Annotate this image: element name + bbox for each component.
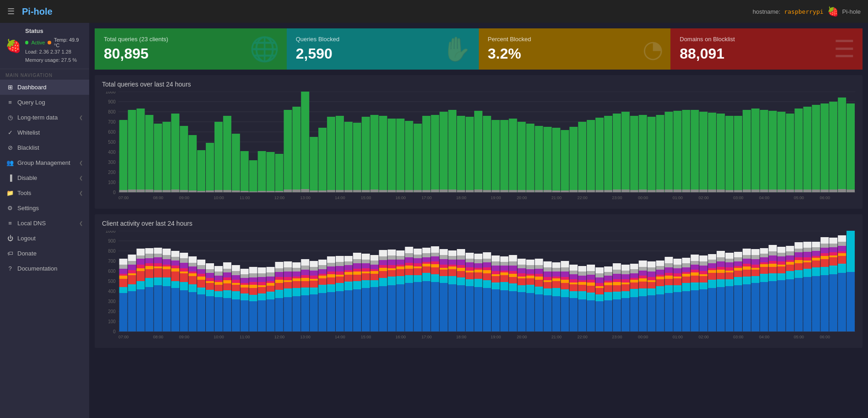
- svg-rect-691: [604, 276, 612, 281]
- svg-rect-409: [301, 278, 309, 281]
- svg-rect-100: [457, 116, 465, 192]
- svg-rect-151: [673, 190, 681, 192]
- svg-rect-686: [604, 300, 612, 331]
- svg-rect-777: [699, 274, 707, 276]
- svg-rect-393: [284, 280, 292, 282]
- svg-rect-453: [344, 256, 353, 261]
- svg-rect-75: [344, 190, 353, 192]
- svg-rect-845: [769, 245, 777, 251]
- svg-rect-412: [301, 266, 309, 270]
- svg-rect-397: [284, 261, 292, 267]
- svg-rect-27: [137, 190, 145, 192]
- svg-rect-524: [422, 253, 430, 257]
- sidebar-item-disable[interactable]: ▐Disable ❮: [0, 170, 89, 185]
- svg-rect-450: [344, 270, 353, 272]
- svg-rect-815: [743, 277, 751, 284]
- menu-toggle[interactable]: ☰: [7, 6, 15, 16]
- svg-rect-72: [336, 116, 344, 192]
- hostname-value: raspberrypi: [784, 8, 823, 15]
- sidebar-item-querylog[interactable]: ≡Query Log: [0, 95, 89, 110]
- sidebar-label-tools: Tools: [17, 190, 31, 196]
- svg-rect-814: [743, 284, 751, 331]
- sidebar-item-docs[interactable]: ?Documentation: [0, 261, 89, 276]
- svg-rect-80: [370, 115, 379, 192]
- sidebar-item-whitelist[interactable]: ✓Whitelist: [0, 125, 89, 140]
- svg-rect-445: [336, 256, 344, 262]
- svg-rect-596: [500, 262, 509, 266]
- sidebar-item-localdns[interactable]: ≡Local DNS ❮: [0, 216, 89, 231]
- svg-rect-157: [699, 190, 707, 192]
- svg-rect-76: [353, 123, 361, 192]
- logout-icon: ⏻: [6, 235, 14, 242]
- svg-rect-120: [543, 127, 552, 192]
- svg-rect-826: [751, 265, 760, 268]
- svg-rect-158: [708, 113, 716, 192]
- svg-rect-402: [292, 277, 300, 278]
- svg-text:07:00: 07:00: [118, 195, 129, 200]
- svg-rect-247: [128, 284, 136, 291]
- svg-rect-599: [509, 283, 517, 291]
- svg-text:400: 400: [108, 150, 116, 155]
- svg-text:04:00: 04:00: [759, 195, 769, 200]
- svg-text:800: 800: [108, 249, 116, 254]
- svg-rect-899: [829, 247, 837, 252]
- svg-rect-312: [197, 280, 205, 288]
- sidebar-item-blacklist[interactable]: ⊘Blacklist: [0, 140, 89, 155]
- sidebar-item-donate[interactable]: 🏷Donate: [0, 246, 89, 261]
- svg-rect-637: [543, 261, 552, 267]
- svg-rect-583: [492, 282, 500, 289]
- svg-rect-283: [162, 259, 171, 265]
- svg-rect-303: [188, 284, 197, 292]
- svg-rect-871: [803, 269, 811, 277]
- svg-rect-674: [587, 280, 595, 282]
- svg-rect-758: [682, 291, 690, 331]
- svg-rect-684: [595, 273, 604, 277]
- svg-rect-59: [275, 191, 283, 192]
- svg-rect-413: [301, 259, 309, 266]
- sidebar-item-settings[interactable]: ⚙Settings: [0, 201, 89, 216]
- svg-text:10:00: 10:00: [214, 335, 224, 339]
- svg-rect-383: [275, 290, 283, 298]
- svg-rect-363: [249, 277, 257, 282]
- svg-rect-536: [439, 270, 448, 276]
- svg-text:16:00: 16:00: [396, 335, 406, 339]
- sidebar-item-longterm[interactable]: ◷Long-term data ❮: [0, 110, 89, 125]
- svg-text:23:00: 23:00: [612, 195, 622, 200]
- svg-rect-805: [725, 253, 734, 259]
- svg-rect-901: [829, 238, 837, 244]
- svg-rect-539: [439, 259, 448, 265]
- svg-rect-427: [318, 269, 327, 274]
- svg-text:11:00: 11:00: [240, 195, 250, 200]
- svg-rect-769: [691, 272, 699, 276]
- svg-rect-448: [344, 275, 353, 282]
- svg-rect-723: [639, 271, 647, 276]
- svg-rect-469: [362, 254, 370, 260]
- svg-rect-441: [336, 275, 344, 277]
- svg-rect-454: [353, 289, 361, 331]
- svg-rect-800: [725, 272, 734, 279]
- svg-rect-172: [769, 111, 777, 192]
- svg-rect-867: [794, 252, 803, 257]
- svg-rect-732: [648, 267, 656, 271]
- svg-rect-548: [448, 256, 456, 260]
- sidebar-item-dashboard[interactable]: ⊞Dashboard: [0, 80, 89, 95]
- svg-rect-685: [595, 267, 604, 273]
- sidebar-item-tools[interactable]: 📁Tools ❮: [0, 185, 89, 201]
- svg-rect-141: [630, 190, 638, 192]
- svg-rect-882: [812, 256, 820, 258]
- svg-rect-785: [708, 270, 716, 273]
- svg-rect-866: [794, 257, 803, 260]
- sidebar: 🍓 Status Active Temp: 49.9 °C Load: 2.36…: [0, 23, 89, 418]
- svg-rect-607: [518, 285, 526, 292]
- svg-rect-332: [214, 271, 223, 276]
- svg-rect-574: [483, 288, 491, 331]
- sidebar-item-logout[interactable]: ⏻Logout: [0, 231, 89, 246]
- svg-rect-683: [595, 277, 604, 283]
- svg-rect-635: [543, 271, 552, 277]
- sidebar-item-group[interactable]: 👥Group Management ❮: [0, 155, 89, 170]
- svg-rect-880: [812, 261, 820, 267]
- svg-rect-889: [820, 256, 829, 259]
- svg-rect-884: [812, 247, 820, 251]
- svg-rect-300: [180, 258, 188, 263]
- svg-text:06:00: 06:00: [820, 195, 830, 200]
